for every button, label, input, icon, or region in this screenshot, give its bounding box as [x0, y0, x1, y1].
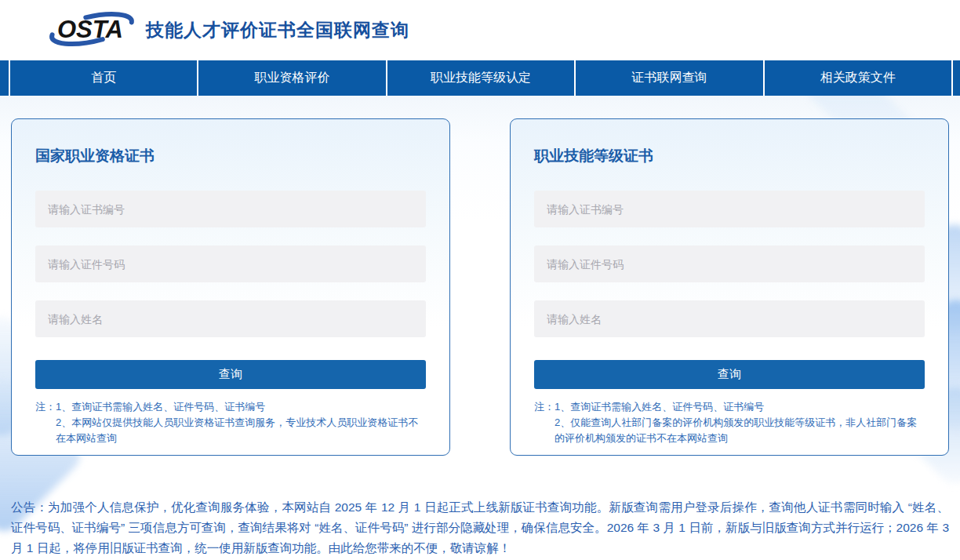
osta-logo-text: OSTA — [57, 16, 123, 43]
main-content: 国家职业资格证书 查询 注： 1、查询证书需输入姓名、证件号码、证书编号 2、本… — [0, 96, 960, 558]
site-header: OSTA 技能人才评价证书全国联网查询 — [0, 0, 960, 60]
osta-logo-icon: OSTA — [44, 7, 140, 54]
skill-level-card: 职业技能等级证书 查询 注： 1、查询证书需输入姓名、证件号码、证书编号 2、仅… — [510, 118, 949, 456]
note-label: 注： — [534, 399, 555, 446]
card-notes: 注： 1、查询证书需输入姓名、证件号码、证书编号 2、本网站仅提供技能人员职业资… — [35, 399, 426, 446]
query-button[interactable]: 查询 — [35, 360, 426, 389]
announcement-text: 公告：为加强个人信息保护，优化查询服务体验，本网站自 2025 年 12 月 1… — [11, 497, 949, 558]
note-item: 1、查询证书需输入姓名、证件号码、证书编号 — [555, 399, 925, 415]
name-input[interactable] — [35, 300, 426, 337]
nav-item-skill-level-certification[interactable]: 职业技能等级认定 — [387, 60, 576, 96]
national-qualification-card: 国家职业资格证书 查询 注： 1、查询证书需输入姓名、证件号码、证书编号 2、本… — [11, 118, 450, 456]
id-number-input[interactable] — [534, 245, 925, 282]
name-input[interactable] — [534, 300, 925, 337]
nav-item-certificate-online-query[interactable]: 证书联网查询 — [576, 60, 764, 96]
cert-number-input[interactable] — [35, 191, 426, 227]
note-items: 1、查询证书需输入姓名、证件号码、证书编号 2、仅能查询人社部门备案的评价机构颁… — [555, 399, 925, 446]
id-number-input[interactable] — [35, 245, 426, 282]
card-title: 职业技能等级证书 — [534, 146, 925, 166]
query-button[interactable]: 查询 — [534, 360, 925, 389]
query-cards-row: 国家职业资格证书 查询 注： 1、查询证书需输入姓名、证件号码、证书编号 2、本… — [11, 118, 949, 456]
nav-left-edge — [0, 60, 10, 96]
nav-item-vocational-qualification-evaluation[interactable]: 职业资格评价 — [198, 60, 387, 96]
nav-item-home[interactable]: 首页 — [10, 60, 198, 96]
cert-number-input[interactable] — [534, 191, 925, 227]
note-item: 2、仅能查询人社部门备案的评价机构颁发的职业技能等级证书，非人社部门备案的评价机… — [555, 415, 925, 446]
note-label: 注： — [35, 399, 56, 446]
card-notes: 注： 1、查询证书需输入姓名、证件号码、证书编号 2、仅能查询人社部门备案的评价… — [534, 399, 925, 446]
note-item: 2、本网站仅提供技能人员职业资格证书查询服务，专业技术人员职业资格证书不在本网站… — [56, 415, 426, 446]
nav-right-edge — [953, 60, 960, 96]
nav-item-policy-documents[interactable]: 相关政策文件 — [765, 60, 953, 96]
note-items: 1、查询证书需输入姓名、证件号码、证书编号 2、本网站仅提供技能人员职业资格证书… — [56, 399, 426, 446]
note-item: 1、查询证书需输入姓名、证件号码、证书编号 — [56, 399, 426, 415]
site-title: 技能人才评价证书全国联网查询 — [146, 18, 409, 42]
card-title: 国家职业资格证书 — [35, 146, 426, 166]
main-nav: 首页 职业资格评价 职业技能等级认定 证书联网查询 相关政策文件 — [0, 60, 960, 96]
